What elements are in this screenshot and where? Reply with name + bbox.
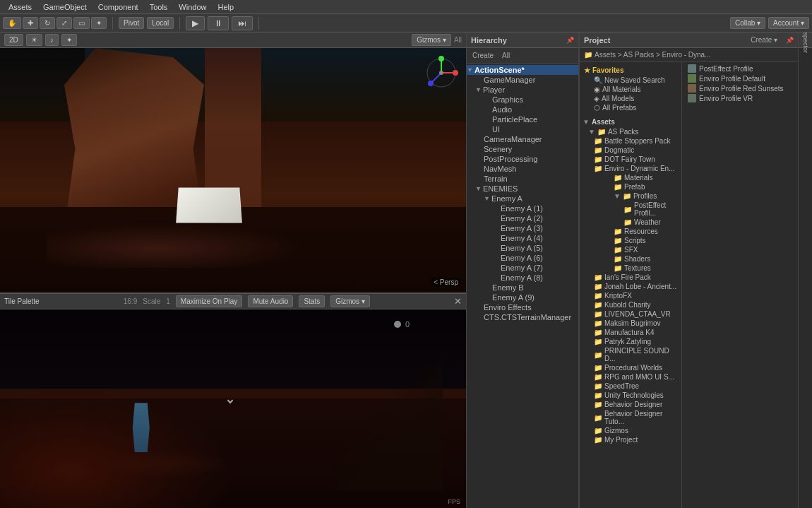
hierarchy-item-21[interactable]: Enemy A (8): [467, 273, 578, 283]
file-enviro-vr[interactable]: Enviro Profile VR: [685, 93, 795, 103]
hierarchy-item-14[interactable]: Enemy A (1): [467, 203, 578, 213]
folder-behavior-tut[interactable]: 📁 Behavior Designer Tuto...: [580, 409, 681, 426]
folder-materials[interactable]: 📁 Materials: [599, 173, 681, 182]
hierarchy-item-22[interactable]: Enemy B: [467, 283, 578, 293]
toolbar-scale-btn[interactable]: ⤢: [56, 17, 72, 29]
hierarchy-item-12[interactable]: ▼ENEMIES: [467, 184, 578, 194]
fav-all-models[interactable]: ◈ All Models: [583, 94, 679, 103]
fav-all-prefabs[interactable]: ⬡ All Prefabs: [583, 103, 679, 112]
toolbar-rect-btn[interactable]: ▭: [73, 17, 90, 29]
game-close-btn[interactable]: ✕: [454, 296, 462, 307]
folder-dot-fairy[interactable]: 📁 DOT Fairy Town: [580, 155, 681, 164]
scene-2d-btn[interactable]: 2D: [4, 34, 23, 46]
folder-my-project[interactable]: 📁 My Project: [580, 435, 681, 444]
folder-speedtree[interactable]: 📁 SpeedTree: [580, 382, 681, 391]
hierarchy-item-1[interactable]: GameManager: [467, 75, 578, 85]
project-pin[interactable]: 📌: [786, 37, 794, 44]
folder-weather[interactable]: 📁 Weather: [609, 218, 681, 227]
hierarchy-item-10[interactable]: NavMesh: [467, 164, 578, 174]
account-button[interactable]: Account ▾: [768, 17, 809, 29]
folder-livenda[interactable]: 📁 LIVENDA_CTAA_VR: [580, 309, 681, 319]
hierarchy-item-9[interactable]: PostProcessing: [467, 154, 578, 164]
folder-behavior-designer[interactable]: 📁 Behavior Designer: [580, 400, 681, 409]
hierarchy-pin[interactable]: 📌: [566, 37, 574, 44]
fav-new-search[interactable]: 🔍 New Saved Search: [583, 76, 679, 85]
folder-jonah[interactable]: 📁 Jonah Lobe - Ancient...: [580, 282, 681, 291]
hierarchy-item-4[interactable]: Audio: [467, 105, 578, 114]
hierarchy-all-btn[interactable]: All: [499, 51, 513, 60]
project-create-btn[interactable]: Create ▾: [748, 35, 780, 45]
menu-gameobject[interactable]: GameObject: [37, 3, 92, 11]
hierarchy-item-5[interactable]: ParticlePlace: [467, 114, 578, 124]
play-button[interactable]: ▶: [186, 16, 205, 30]
hierarchy-item-18[interactable]: Enemy A (5): [467, 243, 578, 253]
local-button[interactable]: Local: [147, 17, 174, 29]
folder-prefab[interactable]: 📁 Prefab: [599, 182, 681, 191]
game-canvas[interactable]: 0 FPS: [0, 309, 466, 508]
hierarchy-item-3[interactable]: Graphics: [467, 95, 578, 105]
folder-procedural[interactable]: 📁 Procedural Worlds: [580, 363, 681, 372]
hierarchy-item-8[interactable]: Scenery: [467, 144, 578, 154]
folder-ians-fire[interactable]: 📁 Ian's Fire Pack: [580, 273, 681, 282]
menu-assets[interactable]: Assets: [3, 3, 37, 11]
toolbar-move-btn[interactable]: ✚: [23, 17, 38, 29]
maximize-play-btn[interactable]: Maximize On Play: [176, 295, 243, 307]
menu-help[interactable]: Help: [212, 3, 239, 11]
scene-audio-btn[interactable]: ♪: [45, 34, 59, 46]
hierarchy-item-2[interactable]: ▼Player: [467, 85, 578, 95]
step-button[interactable]: ⏭: [232, 16, 253, 30]
file-posteffect-profile[interactable]: PostEffect Profile: [685, 64, 795, 73]
folder-gizmos[interactable]: 📁 Gizmos: [580, 426, 681, 435]
scene-fx-btn[interactable]: ✦: [61, 34, 77, 46]
fav-all-materials[interactable]: ◉ All Materials: [583, 85, 679, 94]
folder-maksim[interactable]: 📁 Maksim Bugrimov: [580, 319, 681, 328]
hierarchy-create-btn[interactable]: Create: [470, 51, 496, 60]
pivot-button[interactable]: Pivot: [119, 17, 144, 29]
hierarchy-item-19[interactable]: Enemy A (6): [467, 253, 578, 263]
file-enviro-red-sunsets[interactable]: Enviro Profile Red Sunsets: [685, 83, 795, 93]
scene-gizmos-btn[interactable]: Gizmos ▾: [412, 34, 451, 46]
toolbar-rotate-btn[interactable]: ↻: [40, 17, 55, 29]
folder-scripts[interactable]: 📁 Scripts: [599, 236, 681, 245]
hierarchy-item-13[interactable]: ▼Enemy A: [467, 194, 578, 203]
hierarchy-item-17[interactable]: Enemy A (4): [467, 233, 578, 243]
folder-sfx[interactable]: 📁 SFX: [599, 245, 681, 254]
pause-button[interactable]: ⏸: [208, 16, 229, 30]
menu-component[interactable]: Component: [92, 3, 144, 11]
folder-patryk[interactable]: 📁 Patryk Zatyling: [580, 337, 681, 346]
game-gizmos-btn[interactable]: Gizmos ▾: [330, 295, 370, 307]
folder-enviro-dynamic[interactable]: 📁 Enviro - Dynamic En...: [580, 164, 681, 173]
hierarchy-item-0[interactable]: ▼ActionScene*: [467, 65, 578, 75]
folder-manufactura[interactable]: 📁 Manufactura K4: [580, 328, 681, 337]
menu-window[interactable]: Window: [173, 3, 212, 11]
hierarchy-item-16[interactable]: Enemy A (3): [467, 223, 578, 233]
folder-resources[interactable]: 📁 Resources: [599, 227, 681, 236]
folder-kubold-charity[interactable]: 📁 Kubold Charity: [580, 300, 681, 309]
hierarchy-item-6[interactable]: UI: [467, 124, 578, 134]
file-enviro-default[interactable]: Enviro Profile Default: [685, 73, 795, 83]
folder-shaders[interactable]: 📁 Shaders: [599, 254, 681, 264]
toolbar-hand-btn[interactable]: ✋: [3, 17, 21, 29]
collab-button[interactable]: Collab ▾: [730, 17, 765, 29]
menu-tools[interactable]: Tools: [144, 3, 174, 11]
folder-principle[interactable]: 📁 PRINCIPLE SOUND D...: [580, 346, 681, 363]
toolbar-multi-btn[interactable]: ✦: [91, 17, 107, 29]
hierarchy-item-25[interactable]: CTS.CTSTerrainManager: [467, 312, 578, 322]
folder-dogmatic[interactable]: 📁 Dogmatic: [580, 146, 681, 155]
folder-unity-tech[interactable]: 📁 Unity Technologies: [580, 391, 681, 400]
folder-battle-stoppers[interactable]: 📁 Battle Stoppers Pack: [580, 136, 681, 146]
folder-rpg-mmo[interactable]: 📁 RPG and MMO UI S...: [580, 372, 681, 382]
hierarchy-item-23[interactable]: Enemy A (9): [467, 293, 578, 302]
scene-canvas[interactable]: < Persp: [0, 48, 466, 293]
folder-profiles[interactable]: ▼ 📁 Profiles: [599, 191, 681, 201]
hierarchy-item-15[interactable]: Enemy A (2): [467, 213, 578, 223]
folder-textures[interactable]: 📁 Textures: [599, 264, 681, 273]
stats-btn[interactable]: Stats: [299, 295, 325, 307]
scene-light-btn[interactable]: ☀: [26, 34, 42, 46]
hierarchy-item-20[interactable]: Enemy A (7): [467, 263, 578, 273]
folder-kriptofx[interactable]: 📁 KriptoFX: [580, 291, 681, 300]
folder-posteffect[interactable]: 📁 PostEffect Profil...: [609, 201, 681, 218]
hierarchy-item-11[interactable]: Terrain: [467, 174, 578, 184]
hierarchy-item-7[interactable]: CameraManager: [467, 134, 578, 144]
mute-audio-btn[interactable]: Mute Audio: [248, 295, 293, 307]
